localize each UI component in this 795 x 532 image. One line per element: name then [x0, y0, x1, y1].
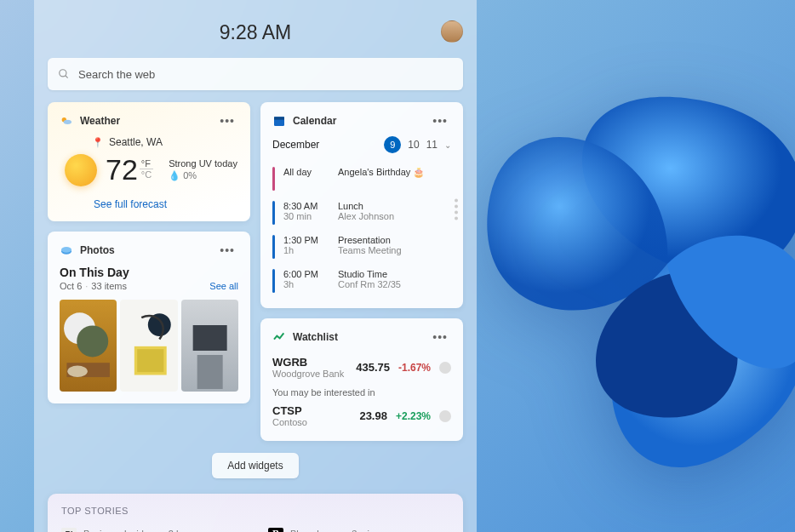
- calendar-menu-button[interactable]: •••: [429, 112, 451, 129]
- event-subtitle: Alex Johnson: [338, 211, 394, 221]
- full-forecast-link[interactable]: See full forecast: [94, 198, 167, 210]
- calendar-icon: [272, 114, 286, 128]
- chevron-down-icon[interactable]: ⌄: [444, 140, 451, 150]
- photos-menu-button[interactable]: •••: [216, 242, 238, 259]
- panel-header: 9:28 AM: [48, 15, 463, 49]
- news-story[interactable]: BI Business Insider · 2 hours The US Pos…: [61, 528, 243, 532]
- event-list: All day Angela's Birthday 🎂 8:30 AM30 mi…: [272, 162, 451, 298]
- user-avatar[interactable]: [441, 20, 463, 43]
- photos-count: 33 items: [91, 281, 127, 291]
- watchlist-widget[interactable]: Watchlist ••• WGRB Woodgrove Bank 435.75…: [260, 318, 463, 441]
- watchlist-menu-button[interactable]: •••: [429, 329, 451, 346]
- svg-rect-12: [138, 349, 164, 372]
- event-title: Studio Time: [338, 269, 401, 279]
- event-title: Angela's Birthday 🎂: [338, 167, 425, 178]
- clock: 9:28 AM: [220, 21, 291, 44]
- date-selected[interactable]: 9: [384, 136, 401, 153]
- svg-point-5: [61, 247, 71, 253]
- event-color-bar: [272, 235, 275, 259]
- stock-price: 23.98: [359, 409, 387, 422]
- weather-icon: [60, 114, 73, 128]
- see-all-link[interactable]: See all: [209, 281, 238, 291]
- event-time: 1:30 PM: [283, 235, 329, 245]
- search-input[interactable]: Search the web: [48, 58, 463, 90]
- photos-date: Oct 6: [60, 281, 82, 291]
- company-name: Woodgrove Bank: [272, 369, 344, 379]
- widgets-panel: 9:28 AM Search the web Weather ••• 📍 Sea…: [34, 0, 477, 532]
- event-title: Presentation: [338, 235, 402, 245]
- weather-menu-button[interactable]: •••: [216, 112, 238, 129]
- sparkline-icon: [439, 362, 451, 374]
- event-duration: 1h: [283, 245, 329, 255]
- interest-label: You may be interested in: [272, 387, 451, 398]
- svg-line-1: [66, 76, 68, 78]
- precipitation: 💧 0%: [169, 170, 237, 181]
- svg-point-0: [60, 70, 66, 77]
- date-option[interactable]: 10: [408, 139, 419, 151]
- svg-point-9: [67, 366, 88, 377]
- event-title: Lunch: [338, 201, 394, 211]
- top-stories-label: TOP STORIES: [61, 506, 449, 516]
- date-option[interactable]: 11: [426, 139, 438, 151]
- event-subtitle: Conf Rm 32/35: [338, 279, 401, 289]
- scroll-indicator: [455, 199, 458, 220]
- photos-widget[interactable]: Photos ••• On This Day Oct 6 · 33 items …: [48, 232, 250, 403]
- calendar-title: Calendar: [293, 115, 336, 127]
- svg-rect-16: [274, 117, 284, 119]
- price-change: -1.67%: [398, 362, 431, 374]
- event-color-bar: [272, 269, 275, 293]
- event-subtitle: Teams Meeting: [338, 245, 402, 255]
- event-time: 6:00 PM: [283, 269, 329, 279]
- source-name: Bloomberg: [290, 529, 335, 532]
- photo-thumbnails: [60, 300, 238, 392]
- news-widget[interactable]: TOP STORIES BI Business Insider · 2 hour…: [48, 494, 463, 532]
- event-time: All day: [283, 167, 329, 177]
- add-widgets-button[interactable]: Add widgets: [212, 453, 298, 478]
- calendar-event[interactable]: 8:30 AM30 min LunchAlex Johnson: [272, 196, 451, 230]
- unit-celsius[interactable]: °C: [140, 169, 153, 180]
- event-color-bar: [272, 167, 275, 191]
- story-age: 2 hours: [169, 529, 200, 532]
- event-color-bar: [272, 201, 275, 225]
- stock-price: 435.75: [356, 361, 390, 374]
- price-change: +2.23%: [396, 410, 431, 422]
- event-duration: 3h: [283, 279, 329, 289]
- weather-widget[interactable]: Weather ••• 📍 Seattle, WA 72 °F °C: [48, 102, 250, 221]
- photos-title: Photos: [80, 244, 115, 256]
- event-duration: 30 min: [283, 211, 329, 221]
- date-picker: 9 10 11 ⌄: [384, 136, 451, 153]
- story-age: 3 mins: [352, 529, 379, 532]
- calendar-month[interactable]: December: [272, 139, 319, 151]
- company-name: Contoso: [272, 417, 307, 427]
- sun-icon: [65, 154, 97, 186]
- bloom-graphic: [455, 51, 795, 477]
- news-story[interactable]: B Bloomberg · 3 mins A Quant's Take on I…: [268, 528, 449, 532]
- sparkline-icon: [439, 410, 451, 422]
- watchlist-title: Watchlist: [293, 331, 338, 343]
- search-icon: [58, 68, 70, 80]
- photo-thumb[interactable]: [181, 300, 238, 392]
- calendar-event[interactable]: All day Angela's Birthday 🎂: [272, 162, 451, 196]
- photo-thumb[interactable]: [120, 300, 177, 392]
- event-time: 8:30 AM: [283, 201, 329, 211]
- ticker-symbol: CTSP: [272, 404, 307, 417]
- calendar-widget[interactable]: Calendar ••• December 9 10 11 ⌄ All day …: [260, 102, 463, 308]
- unit-fahrenheit[interactable]: °F: [140, 158, 153, 169]
- temperature: 72 °F °C: [106, 153, 153, 186]
- source-logo-icon: BI: [61, 528, 77, 532]
- weather-location: 📍 Seattle, WA: [92, 136, 238, 148]
- stocks-icon: [272, 330, 286, 344]
- ticker-symbol: WGRB: [272, 356, 344, 369]
- search-placeholder: Search the web: [78, 68, 155, 81]
- stock-row[interactable]: WGRB Woodgrove Bank 435.75 -1.67%: [272, 352, 451, 382]
- photos-icon: [60, 243, 73, 257]
- source-logo-icon: B: [268, 528, 283, 532]
- svg-rect-13: [192, 325, 226, 351]
- location-pin-icon: 📍: [92, 137, 104, 148]
- stock-row[interactable]: CTSP Contoso 23.98 +2.23%: [272, 401, 451, 431]
- svg-point-7: [77, 325, 108, 357]
- calendar-event[interactable]: 6:00 PM3h Studio TimeConf Rm 32/35: [272, 264, 451, 298]
- svg-rect-14: [197, 355, 222, 389]
- calendar-event[interactable]: 1:30 PM1h PresentationTeams Meeting: [272, 230, 451, 264]
- photo-thumb[interactable]: [60, 300, 117, 392]
